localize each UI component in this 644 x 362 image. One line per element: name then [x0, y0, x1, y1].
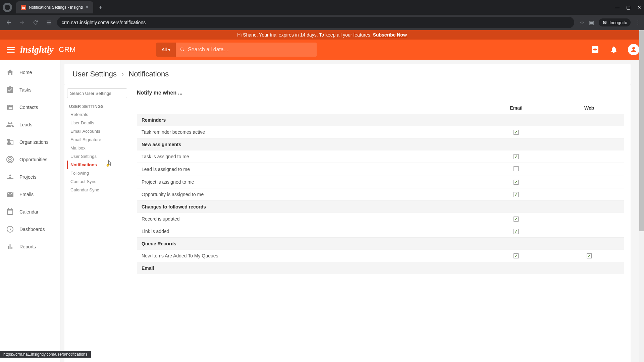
nav-label: Dashboards — [19, 227, 45, 232]
nav-item-dashboards[interactable]: Dashboards — [0, 221, 60, 238]
email-checkbox[interactable] — [514, 130, 519, 135]
settings-item-contact-sync[interactable]: Contact Sync — [67, 177, 127, 186]
browser-menu-icon[interactable]: ⋮ — [635, 19, 641, 26]
scrollbar[interactable] — [639, 30, 644, 362]
browser-tab[interactable]: in Notifications Settings - Insightl × — [16, 1, 93, 13]
new-tab-button[interactable]: + — [99, 4, 103, 11]
web-checkbox[interactable] — [587, 253, 592, 258]
settings-item-user-settings[interactable]: User Settings — [67, 152, 127, 161]
url-text: crm.na1.insightly.com/users/notification… — [62, 20, 146, 25]
opportunities-icon — [6, 156, 14, 164]
nav-label: Projects — [19, 174, 37, 180]
nav-label: Reports — [19, 244, 36, 249]
group-header: New assignments — [137, 138, 624, 151]
notifications-table: Email Web RemindersTask reminder becomes… — [137, 102, 624, 274]
nav-item-reports[interactable]: Reports — [0, 238, 60, 255]
forward-button[interactable] — [17, 17, 28, 28]
search-placeholder: Search all data.... — [188, 47, 230, 53]
row-label: Task reminder becomes active — [137, 126, 478, 138]
main-navigation: HomeTasksContactsLeadsOrganizationsOppor… — [0, 60, 60, 362]
projects-icon — [6, 173, 14, 181]
settings-item-notifications[interactable]: Notifications — [67, 161, 127, 169]
home-icon — [6, 68, 14, 76]
dashboards-icon — [6, 225, 14, 233]
settings-group-header: USER SETTINGS — [67, 103, 127, 110]
row-label: Link is added — [137, 225, 478, 238]
settings-item-email-signature[interactable]: Email Signature — [67, 135, 127, 144]
contacts-icon — [6, 103, 14, 111]
minimize-icon[interactable]: — — [615, 5, 620, 10]
leads-icon — [6, 121, 14, 129]
scroll-thumb[interactable] — [639, 30, 644, 231]
email-checkbox[interactable] — [514, 192, 519, 197]
nav-item-tasks[interactable]: Tasks — [0, 81, 60, 99]
browser-url-bar: crm.na1.insightly.com/users/notification… — [0, 15, 644, 30]
row-label: Lead is assigned to me — [137, 163, 478, 176]
maximize-icon[interactable]: ▢ — [626, 5, 631, 10]
incognito-icon — [602, 20, 607, 25]
settings-search-input[interactable] — [70, 91, 126, 96]
notification-row: New Items Are Added To My Queues — [137, 250, 624, 262]
panel-icon[interactable]: ▣ — [589, 19, 594, 26]
organizations-icon — [6, 138, 14, 146]
notification-row: Opportunity is assigned to me — [137, 188, 624, 201]
site-info-icon[interactable] — [44, 17, 54, 28]
search-app-icon[interactable] — [3, 3, 12, 12]
reload-button[interactable] — [30, 17, 41, 28]
nav-item-opportunities[interactable]: Opportunities — [0, 151, 60, 168]
email-checkbox[interactable] — [514, 229, 519, 234]
settings-search[interactable] — [67, 88, 127, 98]
subscribe-link[interactable]: Subscribe Now — [373, 32, 407, 38]
breadcrumb-parent[interactable]: User Settings — [72, 70, 117, 78]
nav-label: Opportunities — [19, 157, 47, 162]
chevron-down-icon: ▾ — [168, 47, 170, 52]
hamburger-menu-icon[interactable] — [5, 44, 17, 56]
row-label: Task is assigned to me — [137, 150, 478, 163]
browser-status-bar: https://crm.na1.insightly.com/users/noti… — [0, 351, 91, 358]
app-name-label: CRM — [59, 45, 76, 54]
email-checkbox[interactable] — [514, 166, 519, 171]
incognito-badge[interactable]: Incognito — [599, 18, 631, 26]
back-button[interactable] — [3, 17, 14, 28]
email-checkbox[interactable] — [514, 253, 519, 258]
settings-item-referrals[interactable]: Referrals — [67, 110, 127, 119]
close-tab-icon[interactable]: × — [86, 4, 89, 10]
user-avatar[interactable] — [628, 44, 639, 55]
panel-title: Notify me when ... — [137, 90, 624, 96]
settings-item-mailbox[interactable]: Mailbox — [67, 144, 127, 152]
notification-row: Task is assigned to me — [137, 150, 624, 163]
notification-row: Record is updated — [137, 213, 624, 225]
email-column-header: Email — [478, 102, 554, 114]
emails-icon — [6, 190, 14, 198]
email-checkbox[interactable] — [514, 154, 519, 159]
email-checkbox[interactable] — [514, 180, 519, 185]
search-filter-dropdown[interactable]: All ▾ — [156, 43, 176, 57]
nav-label: Emails — [19, 192, 34, 197]
bookmark-icon[interactable]: ☆ — [580, 19, 584, 26]
nav-item-emails[interactable]: Emails — [0, 186, 60, 203]
logo[interactable]: insightly — [20, 44, 54, 55]
nav-item-organizations[interactable]: Organizations — [0, 133, 60, 151]
nav-item-contacts[interactable]: Contacts — [0, 99, 60, 116]
settings-item-email-accounts[interactable]: Email Accounts — [67, 127, 127, 135]
nav-item-leads[interactable]: Leads — [0, 116, 60, 133]
settings-item-following[interactable]: Following — [67, 169, 127, 177]
close-window-icon[interactable]: ✕ — [637, 5, 641, 10]
search-input[interactable]: Search all data.... — [176, 43, 317, 57]
url-input[interactable]: crm.na1.insightly.com/users/notification… — [57, 17, 574, 28]
notifications-panel: Notify me when ... Email Web RemindersTa… — [130, 84, 631, 362]
svg-point-1 — [605, 22, 606, 23]
search-icon — [180, 47, 185, 52]
favicon: in — [21, 5, 26, 10]
nav-item-home[interactable]: Home — [0, 64, 60, 81]
settings-item-user-details[interactable]: User Details — [67, 119, 127, 127]
nav-item-projects[interactable]: Projects — [0, 168, 60, 186]
add-button[interactable] — [590, 45, 600, 54]
nav-label: Contacts — [19, 105, 38, 110]
row-label: Record is updated — [137, 213, 478, 225]
settings-item-calendar-sync[interactable]: Calendar Sync — [67, 186, 127, 194]
web-column-header: Web — [555, 102, 624, 114]
notifications-bell-icon[interactable] — [609, 45, 619, 54]
nav-item-calendar[interactable]: Calendar — [0, 203, 60, 221]
email-checkbox[interactable] — [514, 217, 519, 222]
